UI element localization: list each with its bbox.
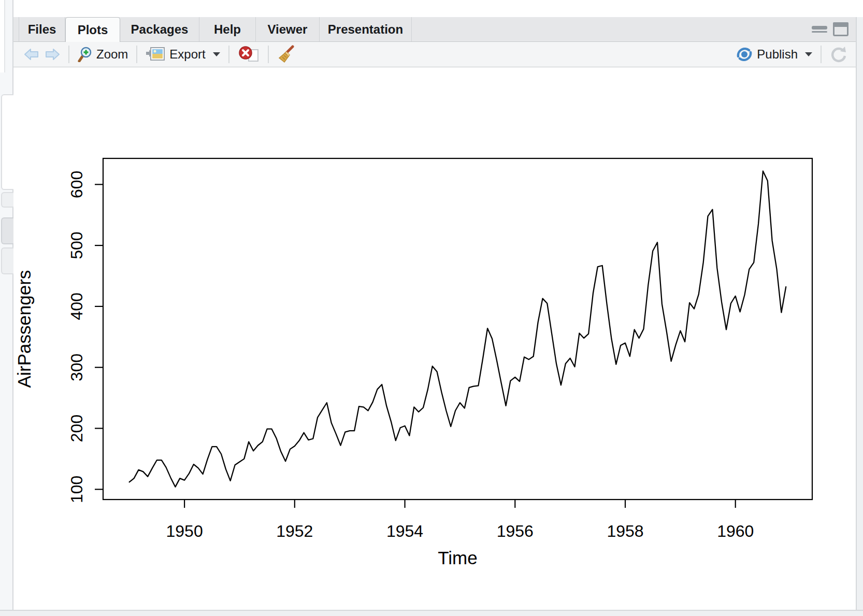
toolbar-separator [821, 46, 822, 63]
zoom-button-label: Zoom [96, 47, 128, 62]
toolbar-separator [228, 46, 229, 63]
svg-text:100: 100 [67, 476, 86, 503]
svg-text:1952: 1952 [276, 522, 313, 540]
svg-text:500: 500 [67, 231, 86, 259]
left-pane-peek-box [1, 94, 13, 190]
svg-text:400: 400 [67, 292, 86, 320]
svg-text:AirPassengers: AirPassengers [14, 270, 34, 388]
plot-svg: 1950195219541956195819601002003004005006… [13, 67, 856, 610]
pane-right-edge [856, 17, 863, 610]
svg-text:1956: 1956 [497, 522, 534, 540]
svg-text:1960: 1960 [717, 522, 754, 540]
toolbar-separator [68, 46, 69, 63]
export-plot-button[interactable]: Export [142, 45, 223, 64]
forward-plot-button[interactable] [42, 46, 63, 63]
minimize-pane-icon[interactable] [812, 26, 827, 33]
publish-button-label: Publish [757, 47, 798, 62]
upper-pane-bottom-edge [13, 0, 863, 17]
back-plot-button[interactable] [21, 46, 42, 63]
pane-bottom-edge [0, 610, 863, 616]
publish-dropdown-caret-icon [805, 52, 812, 56]
pane-tab-bar: Files Plots Packages Help Viewer Present… [13, 17, 856, 42]
toolbar-separator [268, 46, 269, 63]
svg-text:1958: 1958 [607, 522, 643, 540]
left-pane-edge [0, 0, 13, 616]
tab-packages[interactable]: Packages [120, 17, 199, 41]
svg-text:600: 600 [67, 171, 86, 198]
tab-plots[interactable]: Plots [65, 17, 120, 42]
tab-presentation[interactable]: Presentation [320, 17, 412, 41]
publish-button[interactable]: Publish [733, 45, 815, 64]
svg-text:1954: 1954 [386, 522, 423, 540]
plot-display-area: 1950195219541956195819601002003004005006… [13, 67, 856, 610]
export-button-label: Export [169, 47, 205, 62]
remove-plot-icon [238, 46, 260, 63]
left-pane-peek-box [1, 247, 13, 274]
remove-plot-button[interactable] [235, 43, 263, 65]
tab-viewer[interactable]: Viewer [256, 17, 320, 41]
zoom-plot-button[interactable]: Zoom [75, 45, 131, 64]
forward-arrow-icon [45, 48, 60, 61]
left-pane-peek-box [1, 192, 13, 208]
zoom-magnifier-icon [78, 47, 92, 62]
tab-help[interactable]: Help [199, 17, 256, 41]
export-image-icon [146, 47, 165, 62]
back-arrow-icon [24, 48, 39, 61]
refresh-plot-button[interactable] [827, 44, 851, 65]
maximize-pane-icon[interactable] [833, 22, 848, 36]
svg-text:1950: 1950 [166, 522, 203, 540]
clear-all-broom-icon [277, 45, 295, 64]
svg-text:300: 300 [67, 354, 86, 381]
svg-text:Time: Time [438, 548, 477, 568]
clear-all-plots-button[interactable] [274, 43, 298, 66]
export-dropdown-caret-icon [213, 52, 220, 56]
left-pane-top-edge [0, 0, 5, 72]
svg-text:200: 200 [67, 415, 86, 442]
left-pane-peek-box [1, 217, 13, 244]
plots-toolbar: Zoom Export [13, 42, 856, 67]
publish-rsconnect-icon [736, 48, 753, 61]
plots-pane: Files Plots Packages Help Viewer Present… [13, 17, 856, 610]
toolbar-separator [136, 46, 137, 63]
tab-files[interactable]: Files [19, 17, 65, 41]
refresh-icon [830, 46, 847, 63]
